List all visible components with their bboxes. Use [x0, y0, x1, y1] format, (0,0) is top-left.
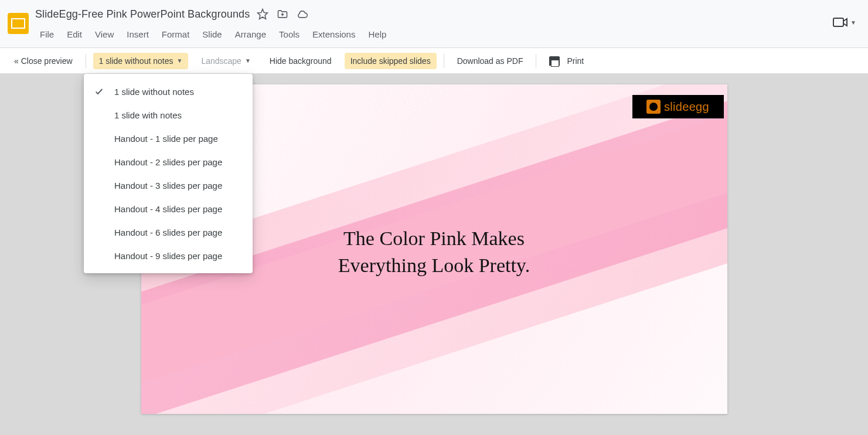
menu-view[interactable]: View — [90, 27, 118, 42]
print-button[interactable]: Print — [543, 53, 590, 69]
menu-extensions[interactable]: Extensions — [308, 27, 360, 42]
layout-option-label: Handout - 3 slides per page — [114, 181, 222, 191]
menu-arrange[interactable]: Arrange — [230, 27, 271, 42]
hide-background-button[interactable]: Hide background — [264, 53, 338, 69]
document-title[interactable]: SlideEgg-Free Pink PowerPoint Background… — [35, 8, 250, 21]
chevron-down-icon: ▼ — [850, 19, 856, 26]
check-icon — [94, 87, 104, 96]
layout-option[interactable]: Handout - 9 slides per page — [84, 244, 253, 267]
svg-rect-1 — [833, 18, 843, 26]
slides-icon — [8, 13, 29, 34]
toolbar-separator — [536, 54, 536, 68]
layout-option[interactable]: Handout - 3 slides per page — [84, 174, 253, 197]
cloud-status-icon[interactable] — [297, 8, 308, 20]
layout-option-label: Handout - 6 slides per page — [114, 227, 222, 237]
layout-option[interactable]: Handout - 2 slides per page — [84, 150, 253, 174]
menu-file[interactable]: File — [35, 27, 59, 42]
present-button[interactable]: ▼ — [833, 16, 856, 28]
layout-option-label: 1 slide with notes — [114, 110, 182, 120]
menu-edit[interactable]: Edit — [62, 27, 87, 42]
layout-option-label: Handout - 2 slides per page — [114, 157, 222, 167]
layout-option-label: Handout - 4 slides per page — [114, 204, 222, 214]
print-preview-toolbar: « Close preview 1 slide without notes ▼ … — [0, 48, 868, 74]
brand-badge: slideegg — [632, 95, 724, 118]
layout-option[interactable]: Handout - 4 slides per page — [84, 197, 253, 220]
chevron-down-icon: ▼ — [176, 57, 182, 64]
download-pdf-button[interactable]: Download as PDF — [451, 53, 529, 69]
menu-help[interactable]: Help — [363, 27, 391, 42]
close-preview-button[interactable]: « Close preview — [8, 53, 79, 69]
menu-format[interactable]: Format — [157, 27, 195, 42]
menu-insert[interactable]: Insert — [122, 27, 154, 42]
layout-option[interactable]: 1 slide without notes — [84, 80, 253, 103]
move-icon[interactable] — [277, 8, 288, 20]
menu-tools[interactable]: Tools — [274, 27, 304, 42]
title-area: SlideEgg-Free Pink PowerPoint Background… — [32, 5, 868, 43]
layout-dropdown-label: 1 slide without notes — [99, 56, 173, 66]
layout-option-label: 1 slide without notes — [114, 87, 194, 97]
layout-option[interactable]: 1 slide with notes — [84, 103, 253, 127]
chevron-down-icon: ▼ — [245, 57, 251, 64]
layout-dropdown-menu: 1 slide without notes 1 slide with notes… — [84, 74, 253, 273]
svg-marker-0 — [258, 9, 268, 19]
layout-option-label: Handout - 9 slides per page — [114, 251, 222, 261]
menu-bar: File Edit View Insert Format Slide Arran… — [35, 25, 868, 43]
orientation-dropdown[interactable]: Landscape ▼ — [195, 53, 256, 69]
layout-option[interactable]: Handout - 1 slide per page — [84, 127, 253, 150]
header-bar: SlideEgg-Free Pink PowerPoint Background… — [0, 0, 868, 48]
layout-option[interactable]: Handout - 6 slides per page — [84, 220, 253, 244]
app-logo[interactable] — [5, 5, 32, 42]
include-skipped-slides-button[interactable]: Include skipped slides — [345, 53, 437, 69]
toolbar-separator — [86, 54, 86, 68]
print-label: Print — [567, 56, 584, 66]
layout-dropdown[interactable]: 1 slide without notes ▼ — [93, 53, 189, 69]
star-icon[interactable] — [257, 8, 268, 20]
menu-slide[interactable]: Slide — [198, 27, 226, 42]
print-icon — [549, 56, 560, 66]
brand-text: slideegg — [664, 100, 709, 114]
toolbar-separator — [444, 54, 444, 68]
brand-icon — [646, 100, 661, 114]
orientation-label: Landscape — [201, 56, 241, 66]
layout-option-label: Handout - 1 slide per page — [114, 134, 218, 144]
